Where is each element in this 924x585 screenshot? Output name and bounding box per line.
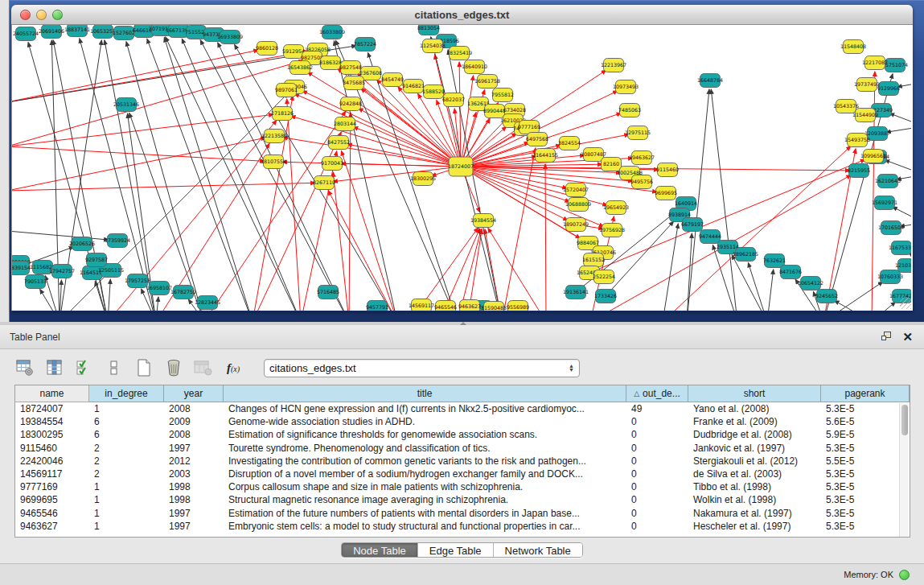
- graph-node[interactable]: 14569117: [409, 299, 434, 311]
- close-window-button[interactable]: [20, 10, 31, 20]
- table-cell[interactable]: Jankovic et al. (1997): [688, 442, 821, 455]
- graph-node[interactable]: 82160: [602, 158, 622, 171]
- network-window[interactable]: citations_edges.txt 24055724206914061883…: [11, 5, 913, 311]
- graph-node[interactable]: 9465546: [434, 301, 457, 311]
- graph-edge[interactable]: [294, 93, 461, 167]
- table-row[interactable]: 1830029562008Estimation of significance …: [15, 428, 910, 441]
- graph-node[interactable]: 19737493: [854, 78, 880, 92]
- column-header-name[interactable]: name: [15, 385, 89, 402]
- graph-edge[interactable]: [200, 40, 349, 311]
- graph-node[interactable]: 9245652: [815, 290, 838, 303]
- new-table-icon[interactable]: [133, 357, 154, 378]
- graph-node[interactable]: 19384554: [470, 214, 496, 228]
- table-cell[interactable]: 9777169: [15, 480, 89, 493]
- float-panel-icon[interactable]: [881, 332, 893, 342]
- table-cell[interactable]: 5.3E-5: [821, 520, 910, 533]
- table-cell[interactable]: 0: [626, 480, 688, 493]
- graph-node[interactable]: 1733426: [594, 290, 617, 303]
- table-body[interactable]: 1872400712008Changes of HCN gene express…: [15, 402, 910, 533]
- graph-node[interactable]: 20691406: [39, 25, 64, 39]
- graph-edge[interactable]: [461, 76, 474, 167]
- graph-node[interactable]: 18962185: [733, 248, 758, 262]
- graph-node[interactable]: 9827548: [339, 61, 362, 75]
- table-cell[interactable]: 2009: [164, 415, 224, 428]
- table-cell[interactable]: 2008: [164, 428, 224, 441]
- table-cell[interactable]: 5.3E-5: [821, 402, 910, 415]
- graph-edge[interactable]: [283, 138, 461, 167]
- table-cell[interactable]: 2003: [164, 468, 224, 480]
- graph-node[interactable]: 5716485: [317, 286, 339, 299]
- graph-node[interactable]: 16958107: [146, 282, 172, 295]
- graph-node[interactable]: 8471676: [779, 266, 802, 279]
- graph-edge[interactable]: [12, 146, 265, 161]
- table-cell[interactable]: 14569117: [15, 468, 89, 480]
- graph-node[interactable]: 6679197: [681, 218, 704, 232]
- graph-edge[interactable]: [663, 224, 678, 311]
- table-row[interactable]: 2242004622012Investigating the contribut…: [15, 455, 910, 468]
- column-header-out_de[interactable]: △out_de...: [626, 385, 688, 402]
- graph-edge[interactable]: [488, 228, 546, 311]
- table-cell[interactable]: 1997: [164, 507, 224, 520]
- graph-node[interactable]: 9495756: [630, 175, 653, 189]
- graph-edge[interactable]: [156, 297, 158, 311]
- scrollbar-thumb[interactable]: [901, 405, 908, 435]
- graph-node[interactable]: 8454749: [381, 73, 404, 87]
- row-height-icon[interactable]: [104, 357, 125, 378]
- graph-edge[interactable]: [12, 50, 258, 102]
- column-header-pagerank[interactable]: pagerank: [821, 385, 910, 402]
- graph-node[interactable]: 12217087: [862, 56, 888, 70]
- table-cell[interactable]: 5.9E-5: [821, 428, 910, 441]
- table-header-row[interactable]: namein_degreeyeartitle△out_de...shortpag…: [15, 385, 910, 402]
- graph-node[interactable]: 9242848: [339, 97, 362, 111]
- graph-node[interactable]: 1615152: [582, 253, 605, 267]
- graph-node[interactable]: 7905133: [24, 275, 47, 289]
- function-builder-icon[interactable]: f(x): [223, 357, 244, 378]
- table-cell[interactable]: 49: [626, 402, 688, 415]
- table-row[interactable]: 946362711997Embryonic stem cells: a mode…: [15, 520, 910, 533]
- zoom-window-button[interactable]: [52, 10, 63, 20]
- graph-node[interactable]: 9146821: [402, 80, 425, 93]
- table-cell[interactable]: 0: [626, 468, 688, 480]
- graph-node[interactable]: 10654122: [798, 277, 823, 290]
- graph-node[interactable]: 9474444: [699, 230, 721, 244]
- graph-node[interactable]: 9129966: [877, 82, 900, 96]
- table-row[interactable]: 1938455462009Genome-wide association stu…: [15, 415, 910, 428]
- table-cell[interactable]: 0: [626, 493, 688, 506]
- graph-edge[interactable]: [353, 127, 461, 167]
- table-cell[interactable]: 18724007: [15, 402, 89, 415]
- graph-edge[interactable]: [872, 302, 896, 311]
- graph-node[interactable]: 9115460: [656, 163, 679, 177]
- graph-node[interactable]: 19654923: [603, 201, 629, 215]
- graph-node[interactable]: 12823445: [195, 296, 220, 310]
- graph-node[interactable]: 15493758: [844, 134, 870, 147]
- graph-node[interactable]: 8267110: [313, 176, 335, 190]
- graph-node[interactable]: 1588520: [422, 85, 445, 99]
- table-cell[interactable]: Nakamura et al. (1997): [688, 507, 821, 520]
- table-cell[interactable]: 2: [89, 468, 164, 480]
- graph-edge[interactable]: [45, 276, 60, 311]
- table-cell[interactable]: 2: [89, 442, 164, 455]
- graph-edge[interactable]: [60, 280, 61, 311]
- graph-edge[interactable]: [40, 289, 60, 311]
- graph-node[interactable]: 18907249: [563, 218, 589, 232]
- table-cell[interactable]: Embryonic stem cells: a model to study s…: [224, 520, 626, 533]
- graph-edge[interactable]: [893, 207, 911, 223]
- table-cell[interactable]: de Silva et al. (2003): [688, 468, 821, 480]
- table-cell[interactable]: Estimation of significance thresholds fo…: [224, 428, 626, 441]
- graph-node[interactable]: 18107554: [261, 155, 286, 169]
- graph-edge[interactable]: [12, 114, 273, 146]
- graph-node[interactable]: 3475685: [343, 76, 365, 90]
- tab-edge-table[interactable]: Edge Table: [418, 543, 494, 557]
- graph-node[interactable]: 17942757: [49, 265, 75, 278]
- table-cell[interactable]: 5.6E-5: [821, 415, 910, 428]
- graph-node[interactable]: 18325419: [446, 47, 472, 60]
- graph-node[interactable]: 1527602: [113, 27, 135, 40]
- graph-node[interactable]: 11254038: [420, 39, 446, 53]
- column-header-year[interactable]: year: [164, 385, 224, 402]
- graph-node[interactable]: 16648784: [697, 74, 723, 88]
- table-cell[interactable]: 6: [89, 428, 164, 441]
- select-all-icon[interactable]: [74, 357, 95, 378]
- graph-node[interactable]: 9297587: [85, 253, 108, 267]
- graph-node[interactable]: 12975115: [625, 126, 651, 140]
- table-cell[interactable]: 5.3E-5: [821, 468, 910, 480]
